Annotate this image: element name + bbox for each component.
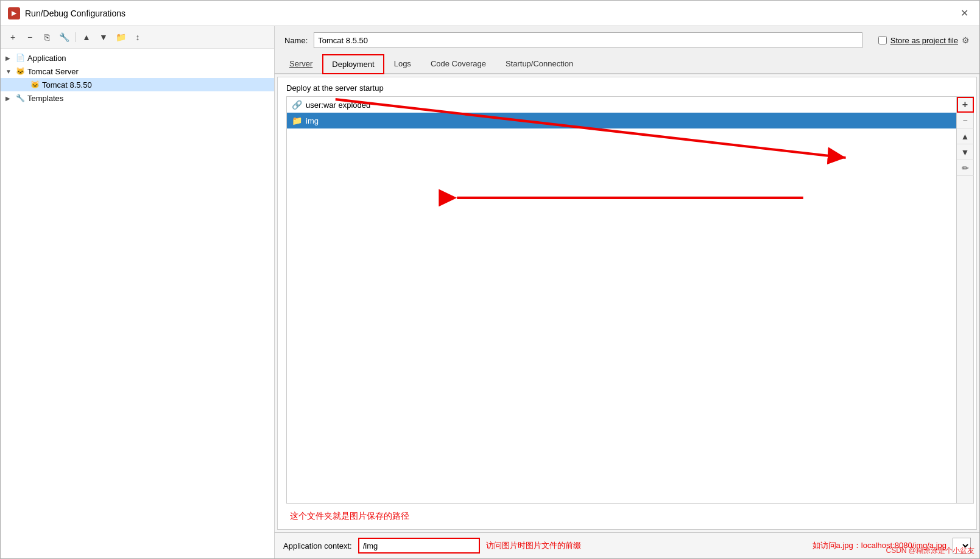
tab-code-coverage[interactable]: Code Coverage <box>421 54 496 73</box>
templates-label: Templates <box>27 94 63 103</box>
name-label: Name: <box>284 36 308 45</box>
watermark: CSDN @糊涂涂是个小盆友 <box>886 546 975 556</box>
templates-icon: 🔧 <box>15 93 25 103</box>
store-project-area: Store as project file ⚙ <box>878 35 970 45</box>
templates-arrow: ▶ <box>5 95 13 102</box>
list-sidebar: + − ▲ ▼ ✏ <box>957 96 974 504</box>
tomcat-icon: 🐱 <box>15 66 25 76</box>
wrench-config-button[interactable]: 🔧 <box>57 30 71 44</box>
close-button[interactable]: ✕ <box>957 6 972 20</box>
folder-button[interactable]: 📁 <box>113 30 128 44</box>
copy-config-button[interactable]: ⎘ <box>40 30 54 44</box>
remove-config-button[interactable]: − <box>23 30 37 44</box>
main-content: + − ⎘ 🔧 ▲ ▼ 📁 ↕ ▶ 📄 Application ▼ <box>1 26 979 558</box>
war-icon: 🔗 <box>292 100 302 110</box>
store-gear-icon[interactable]: ⚙ <box>962 35 970 45</box>
move-up-button[interactable]: ▲ <box>79 30 94 44</box>
img-folder-icon: 📁 <box>292 116 302 125</box>
list-edit-button[interactable]: ✏ <box>957 160 974 176</box>
name-row: Name: Store as project file ⚙ <box>275 26 979 54</box>
list-down-button[interactable]: ▼ <box>957 144 974 160</box>
title-bar: ▶ Run/Debug Configurations ✕ <box>1 1 979 26</box>
deploy-list: 🔗 user:war exploded 📁 img <box>286 96 957 504</box>
img-label: img <box>306 116 319 125</box>
deploy-section-label: Deploy at the server startup <box>278 77 976 96</box>
content-wrapper: Deploy at the server startup 🔗 user:war … <box>275 74 979 558</box>
store-project-checkbox[interactable] <box>878 36 887 44</box>
list-item-img[interactable]: 📁 img <box>287 113 956 128</box>
tomcat-server-label: Tomcat Server <box>27 67 79 76</box>
tomcat-child-icon: 🐱 <box>30 80 40 90</box>
tab-server[interactable]: Server <box>280 54 322 73</box>
title-bar-left: ▶ Run/Debug Configurations <box>8 7 125 19</box>
tree-item-tomcat-server[interactable]: ▼ 🐱 Tomcat Server <box>1 65 274 78</box>
context-label: Application context: <box>283 541 352 550</box>
list-item-war[interactable]: 🔗 user:war exploded <box>287 97 956 113</box>
tab-deployment[interactable]: Deployment <box>322 54 384 74</box>
app-icon: ▶ <box>8 7 20 19</box>
tab-logs[interactable]: Logs <box>384 54 421 73</box>
context-input[interactable] <box>358 538 480 554</box>
bottom-row: Application context: 访问图片时图片文件的前缀 如访问a.j… <box>275 532 979 558</box>
sort-button[interactable]: ↕ <box>130 30 145 44</box>
run-debug-dialog: ▶ Run/Debug Configurations ✕ + − ⎘ 🔧 ▲ ▼… <box>0 0 980 559</box>
tab-startup-connection[interactable]: Startup/Connection <box>496 54 583 73</box>
name-input[interactable] <box>314 32 862 48</box>
tomcat-child-label: Tomcat 8.5.50 <box>42 80 92 90</box>
deploy-list-area: 🔗 user:war exploded 📁 img + − ▲ <box>278 96 976 504</box>
toolbar-separator <box>75 32 76 42</box>
tomcat-arrow: ▼ <box>5 68 13 75</box>
store-project-label: Store as project file <box>890 36 958 45</box>
move-down-button[interactable]: ▼ <box>96 30 111 44</box>
tree-item-tomcat-child[interactable]: 🐱 Tomcat 8.5.50 <box>1 78 274 91</box>
annotation-img-path: 这个文件夹就是图片保存的路径 <box>278 504 976 529</box>
tree-item-application[interactable]: ▶ 📄 Application <box>1 51 274 65</box>
tree-item-templates[interactable]: ▶ 🔧 Templates <box>1 91 274 105</box>
left-panel: + − ⎘ 🔧 ▲ ▼ 📁 ↕ ▶ 📄 Application ▼ <box>1 26 275 558</box>
application-label: Application <box>27 54 66 63</box>
annotation-prefix: 访问图片时图片文件的前缀 <box>486 540 581 551</box>
tabs-row: Server Deployment Logs Code Coverage Sta… <box>275 54 979 74</box>
add-config-button[interactable]: + <box>5 30 20 44</box>
list-remove-button[interactable]: − <box>957 113 974 128</box>
content-area: Deploy at the server startup 🔗 user:war … <box>277 77 977 530</box>
right-panel: Name: Store as project file ⚙ Server Dep… <box>275 26 979 558</box>
app-arrow: ▶ <box>5 55 13 62</box>
list-add-button[interactable]: + <box>957 97 974 113</box>
left-toolbar: + − ⎘ 🔧 ▲ ▼ 📁 ↕ <box>1 26 274 49</box>
app-icon-tree: 📄 <box>15 53 25 63</box>
dialog-title: Run/Debug Configurations <box>25 9 125 18</box>
war-label: user:war exploded <box>306 100 370 110</box>
list-up-button[interactable]: ▲ <box>957 128 974 144</box>
config-tree: ▶ 📄 Application ▼ 🐱 Tomcat Server 🐱 Tomc… <box>1 49 274 558</box>
